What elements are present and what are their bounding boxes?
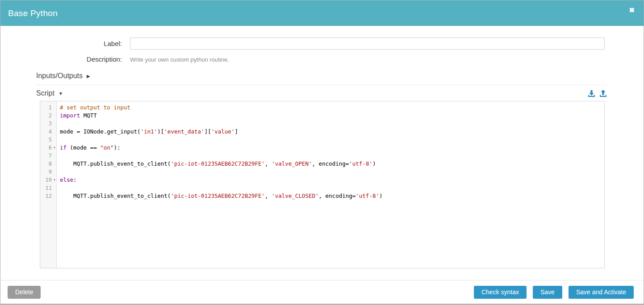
upload-icon[interactable] [599, 90, 607, 97]
code-line-row: 2import MQTT [40, 112, 604, 120]
code-line[interactable] [57, 168, 60, 176]
fold-arrow-icon[interactable]: ▾ [52, 176, 57, 184]
line-number: 5 [40, 136, 52, 144]
code-line[interactable] [57, 120, 60, 128]
code-line[interactable]: MQTT.publish_event_to_client('pic-iot-01… [57, 160, 376, 168]
line-number-cell: 8 [40, 160, 57, 168]
description-label: Description: [0, 55, 130, 63]
dialog-header: Base Python ✖ [0, 0, 644, 26]
code-line-row: 7 [40, 152, 604, 160]
code-editor[interactable]: 1# set output to input2import MQTT34mode… [40, 101, 605, 268]
line-number: 9 [40, 168, 52, 176]
line-number-cell: 10▾ [40, 176, 57, 184]
fold-gutter-spacer [52, 112, 57, 120]
save-and-activate-button[interactable]: Save and Activate [569, 286, 634, 299]
line-number: 6 [40, 144, 52, 152]
description-text: Write your own custom python routine. [130, 56, 229, 63]
line-number-cell: 4 [40, 128, 57, 136]
line-number-cell: 5 [40, 136, 57, 144]
fold-gutter-spacer [52, 136, 57, 144]
editor-lines: 1# set output to input2import MQTT34mode… [40, 104, 604, 200]
line-number: 1 [40, 104, 52, 112]
label-input[interactable] [130, 38, 605, 50]
delete-button[interactable]: Delete [8, 286, 41, 299]
code-line-row: 11 [40, 184, 604, 192]
fold-gutter-spacer [52, 128, 57, 136]
close-icon[interactable]: ✖ [629, 7, 635, 20]
fold-gutter-spacer [52, 192, 57, 200]
line-number: 7 [40, 152, 52, 160]
code-line-row: 8 MQTT.publish_event_to_client('pic-iot-… [40, 160, 604, 168]
section-inputs-outputs-label: Inputs/Outputs [36, 72, 83, 80]
line-number-cell: 7 [40, 152, 57, 160]
line-number-cell: 2 [40, 112, 57, 120]
code-line-row: 12 MQTT.publish_event_to_client('pic-iot… [40, 192, 604, 200]
code-line-row: 3 [40, 120, 604, 128]
code-line[interactable]: mode = IONode.get_input('in1')['event_da… [57, 128, 238, 136]
line-number-cell: 9 [40, 168, 57, 176]
line-number: 11 [40, 184, 52, 192]
dialog-footer: Delete Check syntax Save Save and Activa… [0, 280, 644, 304]
section-inputs-outputs[interactable]: Inputs/Outputs ▶ [36, 72, 607, 85]
code-line[interactable] [57, 184, 60, 192]
dialog-title: Base Python [8, 8, 58, 18]
fold-gutter-spacer [52, 184, 57, 192]
fold-gutter-spacer [52, 104, 57, 112]
save-button[interactable]: Save [533, 286, 562, 299]
fold-gutter-spacer [52, 120, 57, 128]
code-line[interactable]: else: [57, 176, 77, 184]
code-line-row: 1# set output to input [40, 104, 604, 112]
label-field-label: Label: [0, 40, 130, 47]
code-line[interactable]: MQTT.publish_event_to_client('pic-iot-01… [57, 192, 383, 200]
line-number: 8 [40, 160, 52, 168]
line-number-cell: 1 [40, 104, 57, 112]
section-inputs-outputs-title[interactable]: Inputs/Outputs ▶ [36, 72, 90, 80]
section-script-label: Script [36, 89, 54, 97]
fold-arrow-icon[interactable]: ▾ [52, 144, 57, 152]
chevron-right-icon: ▶ [87, 74, 90, 79]
line-number-cell: 3 [40, 120, 57, 128]
line-number: 3 [40, 120, 52, 128]
code-line-row: 4mode = IONode.get_input('in1')['event_d… [40, 128, 604, 136]
line-number: 10 [40, 176, 52, 184]
fold-gutter-spacer [52, 160, 57, 168]
line-number-cell: 12 [40, 192, 57, 200]
description-form-row: Description: Write your own custom pytho… [0, 55, 644, 63]
code-line[interactable]: if (mode == "on"): [57, 144, 121, 152]
line-number-cell: 11 [40, 184, 57, 192]
label-form-row: Label: [0, 38, 644, 50]
line-number-cell: 6▾ [40, 144, 57, 152]
chevron-down-icon: ▼ [59, 91, 63, 96]
base-python-dialog: Base Python ✖ Label: Description: Write … [0, 0, 644, 305]
code-line-row: 9 [40, 168, 604, 176]
code-line[interactable]: # set output to input [57, 104, 130, 112]
line-number: 2 [40, 112, 52, 120]
check-syntax-button[interactable]: Check syntax [474, 286, 527, 299]
code-line[interactable]: import MQTT [57, 112, 97, 120]
script-file-tools [588, 90, 607, 97]
code-line[interactable] [57, 136, 60, 144]
code-line-row: 5 [40, 136, 604, 144]
download-icon[interactable] [588, 90, 595, 97]
dialog-body: Label: Description: Write your own custo… [0, 26, 644, 280]
section-script: Script ▼ [36, 89, 607, 100]
fold-gutter-spacer [52, 152, 57, 160]
line-number: 12 [40, 192, 52, 200]
line-number: 4 [40, 128, 52, 136]
code-line-row: 6▾if (mode == "on"): [40, 144, 604, 152]
section-script-title[interactable]: Script ▼ [36, 89, 63, 97]
code-line[interactable] [57, 152, 60, 160]
code-line-row: 10▾else: [40, 176, 604, 184]
fold-gutter-spacer [52, 168, 57, 176]
